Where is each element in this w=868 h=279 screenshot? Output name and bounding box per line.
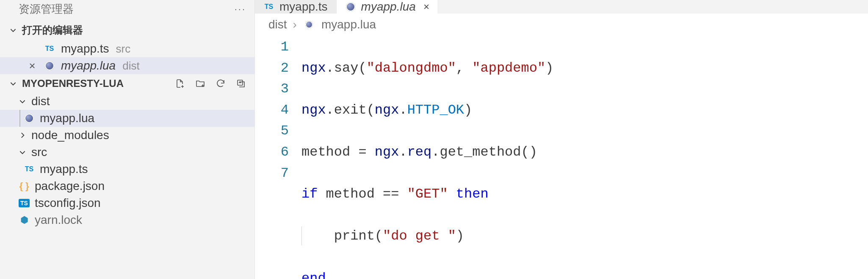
- open-editor-path: src: [116, 42, 131, 56]
- file-row-tsconfig-json[interactable]: TS tsconfig.json: [0, 195, 254, 212]
- line-number: 1: [255, 36, 289, 58]
- tab-myapp-lua[interactable]: myapp.lua ×: [337, 0, 438, 14]
- ts-file-icon: TS: [43, 42, 56, 55]
- tab-label: myapp.ts: [279, 0, 328, 14]
- folder-label: node_modules: [31, 128, 109, 142]
- explorer-sidebar: 资源管理器 ··· 打开的编辑器 × TS myapp.ts src × mya…: [0, 0, 255, 279]
- chevron-right-icon: [18, 131, 27, 140]
- folder-row-dist[interactable]: dist: [0, 93, 254, 110]
- open-editor-filename: myapp.lua: [61, 59, 116, 73]
- file-row-myapp-ts[interactable]: TS myapp.ts: [0, 161, 254, 178]
- file-label: tsconfig.json: [35, 196, 101, 210]
- chevron-down-icon: [8, 79, 18, 88]
- chevron-down-icon: [18, 97, 27, 106]
- lua-file-icon: [303, 18, 315, 31]
- file-row-package-json[interactable]: { } package.json: [0, 178, 254, 195]
- folder-label: src: [31, 145, 47, 159]
- tsconfig-file-icon: TS: [18, 197, 30, 209]
- open-editors-label: 打开的编辑器: [22, 23, 83, 37]
- line-number: 5: [255, 120, 289, 142]
- open-editor-item[interactable]: × myapp.lua dist: [0, 57, 254, 74]
- project-header[interactable]: MYOPENRESTY-LUA: [0, 74, 254, 93]
- line-number: 3: [255, 78, 289, 100]
- explorer-title: 资源管理器: [19, 2, 74, 17]
- code-editor[interactable]: 1 2 3 4 5 6 7 ngx.say("dalongdmo", "appd…: [255, 36, 868, 279]
- tab-label: myapp.lua: [361, 0, 416, 14]
- code-line[interactable]: ngx.say("dalongdmo", "appdemo"): [301, 58, 868, 79]
- open-editors-header[interactable]: 打开的编辑器: [0, 21, 254, 40]
- code-line[interactable]: ngx.exit(ngx.HTTP_OK): [301, 100, 868, 121]
- folder-label: dist: [31, 95, 50, 108]
- line-number: 4: [255, 100, 289, 121]
- open-editor-path: dist: [122, 59, 139, 73]
- code-line[interactable]: if method == "GET" then: [301, 184, 868, 205]
- file-label: yarn.lock: [35, 213, 82, 227]
- chevron-down-icon: [8, 25, 18, 35]
- new-file-icon[interactable]: [174, 78, 186, 89]
- file-label: package.json: [35, 179, 105, 193]
- new-folder-icon[interactable]: [194, 78, 206, 89]
- tab-myapp-ts[interactable]: TS myapp.ts: [255, 0, 337, 14]
- line-number: 7: [255, 163, 289, 184]
- line-number-gutter: 1 2 3 4 5 6 7: [255, 36, 301, 279]
- line-number: 2: [255, 58, 289, 79]
- lua-file-icon: [344, 0, 357, 13]
- open-editor-item[interactable]: × TS myapp.ts src: [0, 40, 254, 57]
- yarn-file-icon: ⬢: [18, 214, 30, 226]
- open-editor-filename: myapp.ts: [61, 42, 109, 56]
- code-content[interactable]: ngx.say("dalongdmo", "appdemo") ngx.exit…: [301, 36, 868, 279]
- breadcrumb[interactable]: dist › myapp.lua: [255, 14, 868, 36]
- editor-area: TS myapp.ts myapp.lua × dist › myapp.lua…: [255, 0, 868, 279]
- file-row-yarn-lock[interactable]: ⬢ yarn.lock: [0, 212, 254, 229]
- file-row-myapp-lua[interactable]: myapp.lua: [0, 110, 254, 127]
- collapse-all-icon[interactable]: [235, 78, 247, 89]
- close-icon[interactable]: ×: [26, 59, 38, 73]
- close-icon[interactable]: ×: [423, 1, 429, 13]
- folder-row-node-modules[interactable]: node_modules: [0, 127, 254, 144]
- lua-file-icon: [23, 112, 36, 125]
- chevron-right-icon: ›: [293, 18, 297, 31]
- project-name: MYOPENRESTY-LUA: [22, 78, 124, 89]
- line-number: 6: [255, 142, 289, 163]
- file-label: myapp.ts: [40, 162, 88, 176]
- folder-row-src[interactable]: src: [0, 144, 254, 161]
- chevron-down-icon: [18, 148, 27, 157]
- code-line[interactable]: print("do get "): [301, 226, 868, 247]
- lua-file-icon: [43, 59, 56, 72]
- file-label: myapp.lua: [40, 112, 94, 125]
- ts-file-icon: TS: [263, 0, 275, 13]
- code-line[interactable]: end: [301, 268, 868, 279]
- code-line[interactable]: method = ngx.req.get_method(): [301, 142, 868, 163]
- more-actions-icon[interactable]: ···: [235, 4, 246, 15]
- editor-tabs: TS myapp.ts myapp.lua ×: [255, 0, 868, 14]
- breadcrumb-segment[interactable]: dist: [268, 18, 287, 31]
- refresh-icon[interactable]: [215, 78, 227, 89]
- breadcrumb-segment[interactable]: myapp.lua: [321, 18, 376, 31]
- explorer-header: 资源管理器 ···: [0, 0, 254, 21]
- ts-file-icon: TS: [23, 163, 36, 176]
- json-file-icon: { }: [18, 180, 30, 193]
